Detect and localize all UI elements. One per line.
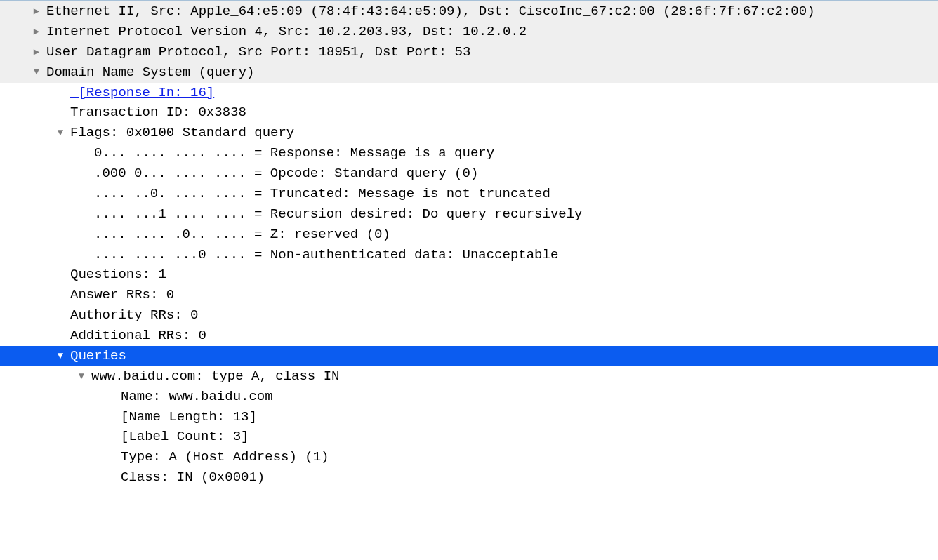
response-in-row[interactable]: [Response In: 16]: [0, 83, 938, 103]
query-name-length-text: [Name Length: 13]: [121, 407, 257, 427]
ip-header-row[interactable]: Internet Protocol Version 4, Src: 10.2.2…: [0, 22, 938, 42]
flag-nonauth-row[interactable]: .... .... ...0 .... = Non-authenticated …: [0, 245, 938, 265]
authority-rrs-row[interactable]: Authority RRs: 0: [0, 305, 938, 326]
query-class-text: Class: IN (0x0001): [121, 467, 265, 488]
flag-opcode-row[interactable]: .000 0... .... .... = Opcode: Standard q…: [0, 164, 938, 184]
additional-rrs-text: Additional RRs: 0: [70, 326, 206, 346]
ethernet-text: Ethernet II, Src: Apple_64:e5:09 (78:4f:…: [46, 1, 815, 22]
queries-row[interactable]: Queries: [0, 346, 938, 366]
ip-text: Internet Protocol Version 4, Src: 10.2.2…: [46, 22, 527, 42]
toggle-arrow-right-icon[interactable]: [31, 25, 42, 39]
toggle-arrow-right-icon[interactable]: [31, 45, 42, 60]
ethernet-header-row[interactable]: Ethernet II, Src: Apple_64:e5:09 (78:4f:…: [0, 1, 938, 22]
udp-header-row[interactable]: User Datagram Protocol, Src Port: 18951,…: [0, 42, 938, 62]
toggle-arrow-down-icon[interactable]: [76, 369, 87, 384]
toggle-arrow-down-icon[interactable]: [31, 65, 42, 79]
flags-text: Flags: 0x0100 Standard query: [70, 123, 294, 143]
flag-z-text: .... .... .0.. .... = Z: reserved (0): [94, 225, 390, 245]
flag-recursion-row[interactable]: .... ...1 .... .... = Recursion desired:…: [0, 204, 938, 225]
query-type-text: Type: A (Host Address) (1): [121, 447, 329, 467]
flag-recursion-text: .... ...1 .... .... = Recursion desired:…: [94, 204, 583, 225]
dns-text: Domain Name System (query): [46, 62, 254, 83]
toggle-arrow-down-icon[interactable]: [55, 126, 66, 140]
answer-rrs-text: Answer RRs: 0: [70, 285, 174, 305]
queries-label: Queries: [70, 346, 126, 366]
questions-row[interactable]: Questions: 1: [0, 265, 938, 285]
additional-rrs-row[interactable]: Additional RRs: 0: [0, 326, 938, 346]
dns-header-row[interactable]: Domain Name System (query): [0, 62, 938, 83]
query-label-count-text: [Label Count: 3]: [121, 427, 249, 447]
packet-details-pane: Ethernet II, Src: Apple_64:e5:09 (78:4f:…: [0, 0, 938, 488]
query-class-row[interactable]: Class: IN (0x0001): [0, 467, 938, 488]
query-name-length-row[interactable]: [Name Length: 13]: [0, 407, 938, 427]
udp-text: User Datagram Protocol, Src Port: 18951,…: [46, 42, 470, 62]
query-label-count-row[interactable]: [Label Count: 3]: [0, 427, 938, 447]
flag-truncated-text: .... ..0. .... .... = Truncated: Message…: [94, 184, 550, 204]
authority-rrs-text: Authority RRs: 0: [70, 305, 198, 326]
toggle-arrow-right-icon[interactable]: [31, 4, 42, 19]
flag-opcode-text: .000 0... .... .... = Opcode: Standard q…: [94, 164, 478, 184]
flags-row[interactable]: Flags: 0x0100 Standard query: [0, 123, 938, 143]
flag-nonauth-text: .... .... ...0 .... = Non-authenticated …: [94, 245, 558, 265]
toggle-arrow-down-icon[interactable]: [55, 349, 66, 364]
query-name-text: Name: www.baidu.com: [121, 387, 273, 407]
query-summary-row[interactable]: www.baidu.com: type A, class IN: [0, 366, 938, 387]
questions-text: Questions: 1: [70, 265, 166, 285]
query-summary-text: www.baidu.com: type A, class IN: [91, 366, 339, 387]
answer-rrs-row[interactable]: Answer RRs: 0: [0, 285, 938, 305]
flag-truncated-row[interactable]: .... ..0. .... .... = Truncated: Message…: [0, 184, 938, 204]
response-in-link[interactable]: [Response In: 16]: [70, 83, 214, 103]
flag-z-row[interactable]: .... .... .0.. .... = Z: reserved (0): [0, 225, 938, 245]
query-name-row[interactable]: Name: www.baidu.com: [0, 387, 938, 407]
transaction-id-row[interactable]: Transaction ID: 0x3838: [0, 102, 938, 123]
query-type-row[interactable]: Type: A (Host Address) (1): [0, 447, 938, 467]
flag-response-row[interactable]: 0... .... .... .... = Response: Message …: [0, 143, 938, 164]
transaction-id-text: Transaction ID: 0x3838: [70, 102, 246, 123]
flag-response-text: 0... .... .... .... = Response: Message …: [94, 143, 494, 164]
